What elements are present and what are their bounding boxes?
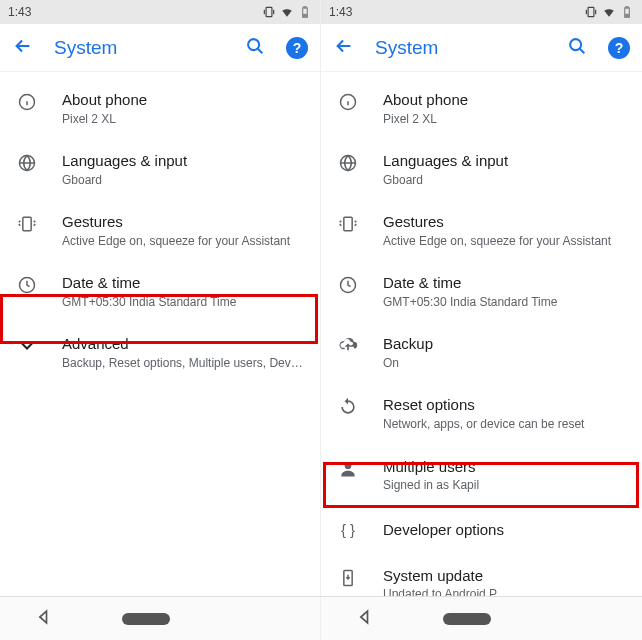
- item-gestures[interactable]: Gestures Active Edge on, squeeze for you…: [321, 200, 642, 261]
- item-multiple-users[interactable]: Multiple users Signed in as Kapil: [321, 445, 642, 506]
- settings-list: About phone Pixel 2 XL Languages & input…: [321, 72, 642, 596]
- item-subtitle: Active Edge on, squeeze for your Assista…: [62, 234, 304, 250]
- svg-point-18: [345, 462, 352, 469]
- gesture-icon: [16, 212, 38, 234]
- vibrate-icon: [584, 5, 598, 19]
- clock-icon: [337, 273, 359, 295]
- globe-icon: [16, 151, 38, 173]
- item-title: Gestures: [62, 212, 304, 232]
- item-subtitle: Gboard: [62, 173, 304, 189]
- svg-point-4: [248, 39, 259, 50]
- item-subtitle: Updated to Android P: [383, 587, 626, 596]
- clock-icon: [16, 273, 38, 295]
- item-subtitle: Gboard: [383, 173, 626, 189]
- item-developer-options[interactable]: { } Developer options: [321, 506, 642, 554]
- search-button[interactable]: [566, 35, 588, 61]
- globe-icon: [337, 151, 359, 173]
- navigation-bar: [0, 596, 642, 640]
- item-title: Languages & input: [383, 151, 626, 171]
- info-icon: [16, 90, 38, 112]
- status-bar: 1:43: [321, 0, 642, 24]
- item-languages-input[interactable]: Languages & input Gboard: [0, 139, 320, 200]
- item-subtitle: Active Edge on, squeeze for your Assista…: [383, 234, 626, 250]
- item-title: Developer options: [383, 520, 626, 540]
- nav-back-button[interactable]: [34, 607, 54, 631]
- svg-rect-3: [303, 14, 307, 16]
- item-title: System update: [383, 566, 626, 586]
- item-subtitle: Pixel 2 XL: [62, 112, 304, 128]
- nav-home-pill[interactable]: [122, 613, 170, 625]
- status-time: 1:43: [329, 5, 584, 19]
- item-title: Backup: [383, 334, 626, 354]
- item-title: Date & time: [62, 273, 304, 293]
- item-title: Reset options: [383, 395, 626, 415]
- svg-rect-0: [266, 7, 272, 16]
- item-system-update[interactable]: System update Updated to Android P: [321, 554, 642, 596]
- cloud-upload-icon: [337, 334, 359, 356]
- device-update-icon: [337, 566, 359, 588]
- item-title: Advanced: [62, 334, 304, 354]
- page-title: System: [375, 37, 546, 59]
- item-title: Multiple users: [383, 457, 626, 477]
- reset-icon: [337, 395, 359, 417]
- nav-back-button[interactable]: [355, 607, 375, 631]
- wifi-icon: [602, 5, 616, 19]
- item-title: Date & time: [383, 273, 626, 293]
- item-title: About phone: [383, 90, 626, 110]
- status-icons: [584, 5, 634, 19]
- search-icon: [566, 35, 588, 57]
- screen-right: 1:43 System ? About phone Pixel 2: [321, 0, 642, 596]
- item-backup[interactable]: Backup On: [321, 322, 642, 383]
- item-subtitle: On: [383, 356, 626, 372]
- help-button[interactable]: ?: [286, 37, 308, 59]
- screen-left: 1:43 System ? About phone Pixel 2: [0, 0, 321, 596]
- item-about-phone[interactable]: About phone Pixel 2 XL: [321, 78, 642, 139]
- item-subtitle: GMT+05:30 India Standard Time: [62, 295, 304, 311]
- status-time: 1:43: [8, 5, 262, 19]
- page-title: System: [54, 37, 224, 59]
- back-button[interactable]: [333, 35, 355, 61]
- item-about-phone[interactable]: About phone Pixel 2 XL: [0, 78, 320, 139]
- status-icons: [262, 5, 312, 19]
- header: System ?: [0, 24, 320, 72]
- item-subtitle: Network, apps, or device can be reset: [383, 417, 626, 433]
- svg-rect-2: [304, 7, 306, 8]
- gesture-icon: [337, 212, 359, 234]
- item-languages-input[interactable]: Languages & input Gboard: [321, 139, 642, 200]
- battery-icon: [620, 5, 634, 19]
- svg-rect-12: [625, 14, 629, 16]
- item-subtitle: Pixel 2 XL: [383, 112, 626, 128]
- chevron-down-icon: [16, 334, 38, 356]
- item-gestures[interactable]: Gestures Active Edge on, squeeze for you…: [0, 200, 320, 261]
- battery-icon: [298, 5, 312, 19]
- search-button[interactable]: [244, 35, 266, 61]
- item-title: About phone: [62, 90, 304, 110]
- svg-rect-16: [344, 218, 352, 231]
- status-bar: 1:43: [0, 0, 320, 24]
- wifi-icon: [280, 5, 294, 19]
- item-subtitle: Signed in as Kapil: [383, 478, 626, 494]
- item-reset-options[interactable]: Reset options Network, apps, or device c…: [321, 383, 642, 444]
- item-advanced[interactable]: Advanced Backup, Reset options, Multiple…: [0, 322, 320, 383]
- item-title: Languages & input: [62, 151, 304, 171]
- item-subtitle: Backup, Reset options, Multiple users, D…: [62, 356, 304, 372]
- item-date-time[interactable]: Date & time GMT+05:30 India Standard Tim…: [321, 261, 642, 322]
- svg-rect-7: [23, 218, 31, 231]
- item-subtitle: GMT+05:30 India Standard Time: [383, 295, 626, 311]
- braces-icon: { }: [337, 521, 359, 538]
- search-icon: [244, 35, 266, 57]
- nav-home-pill[interactable]: [443, 613, 491, 625]
- item-title: Gestures: [383, 212, 626, 232]
- item-date-time[interactable]: Date & time GMT+05:30 India Standard Tim…: [0, 261, 320, 322]
- person-icon: [337, 457, 359, 479]
- vibrate-icon: [262, 5, 276, 19]
- header: System ?: [321, 24, 642, 72]
- svg-point-13: [570, 39, 581, 50]
- svg-rect-9: [588, 7, 594, 16]
- help-button[interactable]: ?: [608, 37, 630, 59]
- back-button[interactable]: [12, 35, 34, 61]
- settings-list: About phone Pixel 2 XL Languages & input…: [0, 72, 320, 383]
- info-icon: [337, 90, 359, 112]
- svg-rect-11: [626, 7, 628, 8]
